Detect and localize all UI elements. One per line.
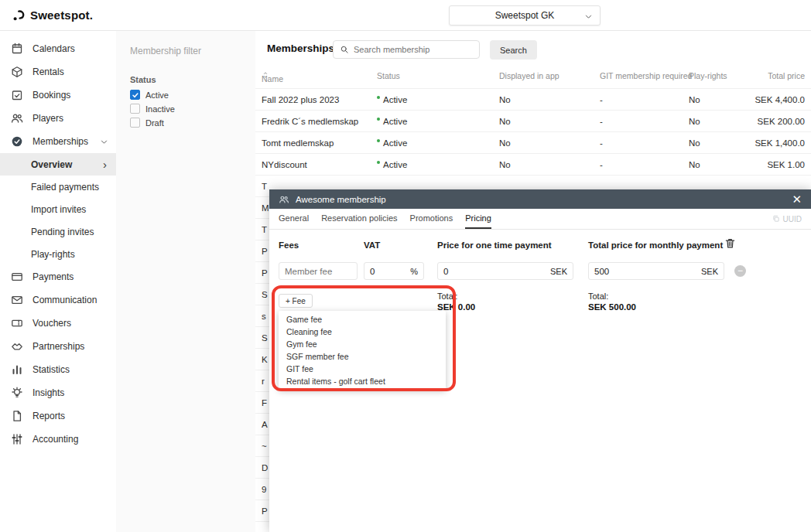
cell-name: F (262, 398, 267, 408)
cell-git: - (600, 160, 603, 169)
filter-option-label: Draft (145, 118, 164, 128)
sidebar-item-label: Rentals (33, 66, 64, 77)
trash-icon[interactable] (724, 237, 736, 252)
sidebar-item-bookings[interactable]: Bookings (0, 84, 116, 107)
column-header-displayed-in-app: Displayed in app (499, 71, 559, 80)
sidebar-item-memberships[interactable]: Memberships (0, 130, 116, 153)
search-button[interactable]: Search (490, 40, 537, 60)
fee-option-rental-items[interactable]: Rental items - golf cart fleet (279, 375, 446, 387)
checkbox-active[interactable] (130, 90, 140, 100)
one-time-price-input[interactable] (443, 267, 546, 276)
search-input[interactable] (354, 45, 473, 54)
club-selector-value: Sweetspot GK (495, 10, 555, 21)
sidebar: Calendars Rentals Bookings Players Membe… (0, 31, 116, 532)
sidebar-item-failed-payments[interactable]: Failed payments (0, 176, 116, 198)
sidebar-item-label: Reports (33, 411, 65, 421)
copy-icon (772, 215, 780, 223)
sidebar-item-overview[interactable]: Overview › (0, 153, 116, 176)
sidebar-item-communication[interactable]: Communication (0, 288, 116, 312)
cell-name: S (262, 290, 268, 299)
filter-option-label: Active (145, 90, 169, 100)
cell-status: Active (377, 160, 383, 169)
status-active-dot (377, 161, 380, 164)
fee-option-cleaning-fee[interactable]: Cleaning fee (279, 326, 446, 338)
one-time-total-label: Total: (437, 292, 457, 301)
sidebar-item-insights[interactable]: Insights (0, 381, 116, 404)
tab-reservation-policies[interactable]: Reservation policies (321, 209, 397, 229)
status-active-dot (377, 96, 380, 99)
filter-option-inactive[interactable]: Inactive (130, 104, 255, 114)
tab-pricing[interactable]: Pricing (465, 209, 491, 229)
rentals-icon (11, 66, 23, 78)
tab-promotions[interactable]: Promotions (410, 209, 453, 229)
sidebar-item-partnerships[interactable]: Partnerships (0, 335, 116, 358)
cell-displayed: No (499, 138, 511, 148)
cell-git: - (600, 117, 603, 126)
filter-option-active[interactable]: Active (130, 90, 255, 100)
cell-total-price: SEK 1,400.0 (755, 138, 805, 148)
sidebar-item-payments[interactable]: Payments (0, 265, 116, 288)
cell-name: P (262, 506, 268, 516)
status-active-dot (377, 118, 380, 121)
vat-field[interactable]: % (364, 262, 424, 280)
add-fee-button[interactable]: + Fee (279, 294, 313, 308)
sidebar-item-label: Calendars (33, 43, 75, 54)
brand: Sweetspot. (0, 9, 93, 22)
sidebar-item-rentals[interactable]: Rentals (0, 60, 116, 84)
cell-status: Active (377, 138, 383, 148)
club-selector[interactable]: Sweetspot GK (449, 5, 601, 26)
fee-option-game-fee[interactable]: Game fee (279, 313, 446, 326)
tab-general[interactable]: General (279, 209, 309, 229)
chevron-down-icon (100, 138, 108, 146)
sidebar-item-label: Accounting (33, 434, 78, 445)
sidebar-item-vouchers[interactable]: Vouchers (0, 312, 116, 335)
uuid-button[interactable]: UUID (772, 209, 802, 229)
page-title: Memberships (267, 43, 334, 54)
sidebar-item-reports[interactable]: Reports (0, 404, 116, 428)
one-time-price-field[interactable]: SEK (437, 262, 573, 280)
fee-option-sgf-member-fee[interactable]: SGF member fee (279, 350, 446, 363)
vat-input[interactable] (370, 267, 406, 276)
currency-suffix: SEK (701, 267, 718, 276)
membership-filter-panel: Membership filter Status Active Inactive… (116, 31, 255, 532)
filter-status-label: Status (130, 75, 255, 84)
filter-option-draft[interactable]: Draft (130, 118, 255, 128)
ticket-icon (11, 317, 23, 329)
column-header-name[interactable]: Name (262, 71, 269, 79)
monthly-price-field[interactable]: SEK (588, 262, 724, 280)
fee-name-input[interactable] (285, 267, 351, 276)
checkbox-draft[interactable] (130, 118, 140, 128)
table-row[interactable]: Fredrik C´s medlemskap Active No - No SE… (255, 111, 811, 132)
sidebar-item-accounting[interactable]: Accounting (0, 428, 116, 451)
members-icon (279, 194, 289, 205)
column-header-git-membership-required: GIT membership required (600, 71, 692, 80)
column-header-total-price: Total price (768, 71, 805, 80)
sidebar-item-label: Bookings (33, 90, 70, 101)
sidebar-item-pending-invites[interactable]: Pending invites (0, 220, 116, 243)
cell-name: NYdiscount (262, 160, 307, 169)
table-row[interactable]: Fall 2022 plus 2023 Active No - No SEK 4… (255, 89, 811, 111)
fee-option-git-fee[interactable]: GIT fee (279, 363, 446, 375)
sidebar-item-players[interactable]: Players (0, 107, 116, 130)
cell-name: Fredrik C´s medlemskap (262, 117, 358, 126)
table-row[interactable]: Tomt medlemskap Active No - No SEK 1,400… (255, 132, 811, 154)
cell-total-price: SEK 4,400.0 (755, 95, 805, 104)
search-box[interactable] (333, 40, 480, 59)
table-row[interactable]: NYdiscount Active No - No SEK 1.00 (255, 154, 811, 176)
percent-suffix: % (410, 267, 418, 276)
lightbulb-icon (11, 387, 23, 399)
sidebar-item-import-invites[interactable]: Import invites (0, 198, 116, 220)
cell-name: ~ (262, 442, 267, 451)
close-icon[interactable]: ✕ (792, 193, 802, 205)
sidebar-item-statistics[interactable]: Statistics (0, 358, 116, 381)
sidebar-subitem-label: Overview (31, 159, 72, 170)
fee-option-gym-fee[interactable]: Gym fee (279, 338, 446, 350)
checkbox-inactive[interactable] (130, 104, 140, 114)
sidebar-item-calendars[interactable]: Calendars (0, 37, 116, 60)
sidebar-item-play-rights[interactable]: Play-rights (0, 243, 116, 265)
monthly-price-input[interactable] (594, 267, 697, 276)
membership-modal: Awesome membership ✕ General Reservation… (269, 189, 811, 532)
remove-fee-icon[interactable]: − (734, 265, 746, 277)
cell-total-price: SEK 1.00 (767, 160, 805, 169)
fee-name-field[interactable] (279, 262, 358, 280)
